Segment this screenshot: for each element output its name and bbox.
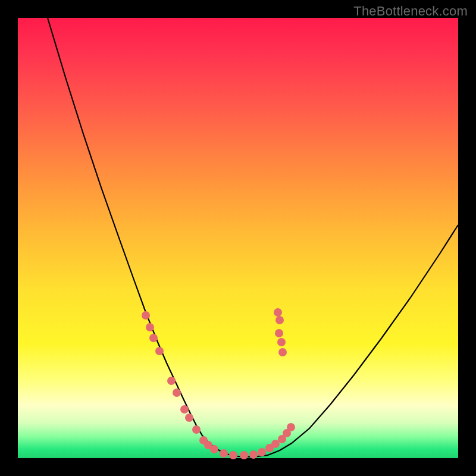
data-dot — [142, 311, 150, 320]
data-dot — [167, 377, 176, 385]
data-dot — [146, 323, 154, 331]
chart-frame: TheBottleneck.com — [0, 0, 476, 476]
data-dot — [275, 316, 284, 324]
data-dot — [180, 405, 189, 414]
data-dot — [185, 414, 193, 422]
data-dot — [220, 449, 228, 458]
watermark-label: TheBottleneck.com — [353, 4, 468, 19]
data-dot — [274, 308, 282, 317]
bottleneck-curve — [48, 18, 458, 457]
data-dot — [258, 448, 266, 456]
chart-svg — [18, 18, 458, 458]
data-dot — [173, 389, 181, 397]
data-dot — [229, 451, 237, 459]
data-dot — [277, 338, 286, 346]
data-dot — [240, 451, 248, 459]
data-dot — [249, 450, 258, 459]
chart-plot-area — [18, 18, 458, 458]
data-dot — [155, 347, 164, 355]
data-dot — [278, 348, 287, 356]
data-dot — [149, 334, 158, 342]
data-dot — [192, 425, 201, 434]
data-dot — [210, 445, 218, 453]
data-dot — [275, 329, 283, 337]
data-dot — [287, 423, 295, 431]
data-dots — [142, 308, 295, 459]
